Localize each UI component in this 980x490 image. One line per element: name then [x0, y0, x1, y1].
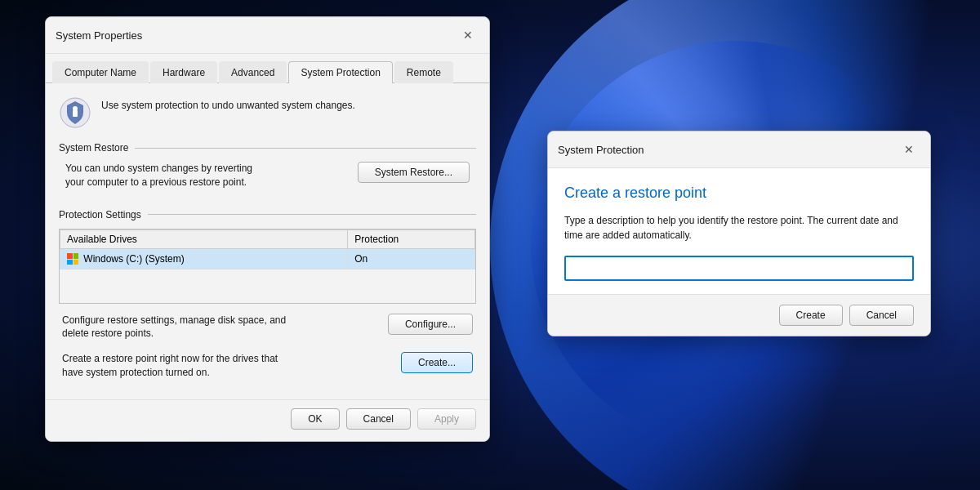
- ok-button[interactable]: OK: [291, 408, 339, 430]
- drives-col-header-name: Available Drives: [60, 229, 348, 248]
- shield-icon: [59, 96, 91, 129]
- system-properties-footer: OK Cancel Apply: [46, 399, 489, 441]
- system-restore-button[interactable]: System Restore...: [358, 162, 470, 183]
- cancel-restore-button[interactable]: Cancel: [849, 305, 914, 326]
- system-protection-content: Create a restore point Type a descriptio…: [548, 168, 930, 294]
- configure-description: Configure restore settings, manage disk …: [62, 314, 291, 341]
- protection-settings-divider: [148, 214, 476, 215]
- create-row: Create a restore point right now for the…: [59, 352, 476, 380]
- create-restore-description: Type a description to help you identify …: [564, 213, 914, 243]
- drives-col-header-protection: Protection: [348, 229, 475, 248]
- create-restore-button[interactable]: Create: [779, 305, 843, 326]
- intro-row: Use system protection to undo unwanted s…: [59, 96, 476, 129]
- system-protection-footer: Create Cancel: [548, 294, 930, 336]
- system-properties-close-button[interactable]: ✕: [457, 24, 479, 47]
- drives-table: Available Drives Protection Windows (C:)…: [60, 229, 475, 270]
- system-protection-dialog: System Protection ✕ Create a restore poi…: [547, 131, 931, 336]
- system-restore-divider: [135, 148, 476, 149]
- system-protection-close-button[interactable]: ✕: [898, 138, 920, 161]
- system-protection-title: System Protection: [558, 144, 644, 156]
- system-protection-titlebar: System Protection ✕: [548, 131, 930, 168]
- system-properties-dialog: System Properties ✕ Computer Name Hardwa…: [45, 16, 490, 442]
- drive-name-cell: Windows (C:) (System): [60, 248, 348, 270]
- cancel-button[interactable]: Cancel: [346, 408, 411, 430]
- svg-point-2: [73, 106, 78, 111]
- create-description: Create a restore point right now for the…: [62, 352, 291, 380]
- restore-point-input[interactable]: [564, 256, 914, 281]
- apply-button[interactable]: Apply: [417, 408, 476, 430]
- create-restore-heading: Create a restore point: [564, 185, 914, 202]
- system-restore-section-header: System Restore: [59, 142, 476, 154]
- configure-row: Configure restore settings, manage disk …: [59, 314, 476, 341]
- tab-computer-name[interactable]: Computer Name: [52, 61, 149, 83]
- system-properties-tabs: Computer Name Hardware Advanced System P…: [46, 54, 489, 83]
- tab-advanced[interactable]: Advanced: [219, 61, 287, 83]
- drive-name: Windows (C:) (System): [83, 253, 184, 265]
- drive-protection-cell: On: [348, 248, 475, 270]
- system-properties-titlebar: System Properties ✕: [46, 17, 489, 54]
- protection-settings-label: Protection Settings: [59, 209, 141, 220]
- drives-table-scroll[interactable]: Available Drives Protection Windows (C:)…: [60, 229, 475, 303]
- system-properties-title: System Properties: [56, 29, 142, 42]
- protection-settings-section-header: Protection Settings: [59, 209, 476, 220]
- system-restore-description: You can undo system changes by reverting…: [65, 162, 253, 189]
- tab-system-protection[interactable]: System Protection: [288, 61, 392, 83]
- intro-text: Use system protection to undo unwanted s…: [101, 96, 355, 111]
- tab-remote[interactable]: Remote: [394, 61, 453, 83]
- svg-rect-1: [73, 110, 78, 117]
- tab-hardware[interactable]: Hardware: [150, 61, 217, 83]
- system-restore-row: You can undo system changes by reverting…: [59, 162, 476, 203]
- table-row[interactable]: Windows (C:) (System) On: [60, 248, 475, 270]
- drives-table-wrap: Available Drives Protection Windows (C:)…: [59, 229, 476, 304]
- system-restore-label: System Restore: [59, 142, 128, 154]
- configure-button[interactable]: Configure...: [388, 314, 473, 335]
- windows-icon: [67, 253, 78, 265]
- system-properties-content: Use system protection to undo unwanted s…: [46, 83, 489, 399]
- create-button[interactable]: Create...: [401, 352, 473, 373]
